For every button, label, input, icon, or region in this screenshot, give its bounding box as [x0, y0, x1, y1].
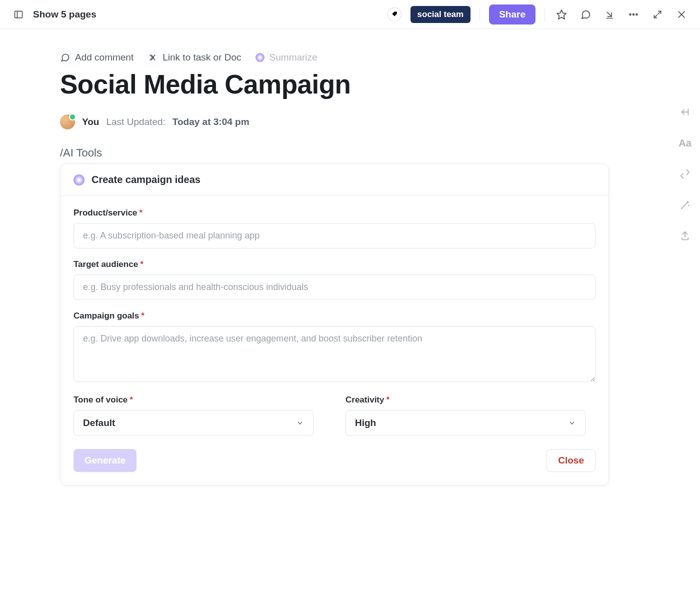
- svg-rect-0: [15, 11, 22, 18]
- tone-label-text: Tone of voice: [74, 395, 128, 404]
- share-button[interactable]: Share: [489, 4, 536, 24]
- svg-point-6: [630, 14, 631, 15]
- show-pages-button[interactable]: Show 5 pages: [33, 9, 96, 20]
- panel-toggle-icon[interactable]: [11, 7, 26, 22]
- byline: You Last Updated: Today at 3:04 pm: [60, 114, 640, 130]
- tag-icon[interactable]: [388, 8, 402, 22]
- card-title: Create campaign ideas: [92, 174, 200, 186]
- svg-line-9: [658, 11, 661, 14]
- tone-select[interactable]: Default: [74, 410, 314, 436]
- doc-actions: Add comment Link to task or Doc Summariz…: [60, 52, 640, 63]
- star-icon[interactable]: [554, 7, 569, 22]
- goals-input[interactable]: [74, 326, 596, 382]
- slash-command-text: /AI Tools: [60, 146, 640, 160]
- audience-label-text: Target audience: [74, 260, 138, 269]
- close-icon[interactable]: [674, 7, 689, 22]
- close-button[interactable]: Close: [546, 449, 596, 472]
- tone-select-value: Default: [83, 418, 115, 428]
- creativity-select[interactable]: High: [346, 410, 586, 436]
- select-row: Tone of voice* Default Creativity* High: [74, 395, 596, 436]
- goals-label: Campaign goals*: [74, 311, 596, 321]
- top-bar: Show 5 pages social team Share: [0, 0, 700, 29]
- last-updated-label: Last Updated:: [106, 116, 165, 128]
- ai-orb-icon: [256, 53, 264, 62]
- goals-field: Campaign goals*: [74, 311, 596, 384]
- download-icon[interactable]: [602, 7, 617, 22]
- creativity-field: Creativity* High: [346, 395, 596, 436]
- product-input[interactable]: [74, 223, 596, 248]
- ai-orb-icon: [74, 174, 84, 186]
- product-label-text: Product/service: [74, 208, 138, 218]
- author-name: You: [82, 116, 99, 128]
- tone-field: Tone of voice* Default: [74, 395, 324, 436]
- chevron-down-icon: [296, 419, 304, 427]
- team-badge[interactable]: social team: [410, 6, 471, 23]
- goals-label-text: Campaign goals: [74, 311, 139, 320]
- audience-field: Target audience*: [74, 260, 596, 300]
- comment-icon[interactable]: [578, 7, 593, 22]
- svg-marker-3: [557, 10, 566, 18]
- summarize-label: Summarize: [270, 52, 318, 63]
- link-task-label: Link to task or Doc: [162, 52, 241, 63]
- topbar-right: social team Share: [388, 4, 689, 24]
- creativity-select-value: High: [355, 418, 376, 428]
- topbar-left: Show 5 pages: [11, 7, 96, 22]
- svg-point-8: [636, 14, 638, 15]
- page-title: Social Media Campaign: [60, 69, 640, 100]
- link-task-button[interactable]: Link to task or Doc: [148, 52, 241, 63]
- ai-tool-card: Create campaign ideas Product/service* T…: [60, 164, 609, 486]
- required-mark: *: [141, 311, 144, 320]
- svg-point-7: [633, 14, 634, 15]
- more-icon[interactable]: [626, 7, 641, 22]
- card-body: Product/service* Target audience* Campai…: [60, 196, 608, 485]
- summarize-button[interactable]: Summarize: [256, 52, 318, 63]
- generate-button[interactable]: Generate: [74, 449, 136, 472]
- required-mark: *: [140, 260, 144, 269]
- required-mark: *: [140, 208, 143, 218]
- creativity-label-text: Creativity: [346, 395, 384, 404]
- svg-line-10: [654, 14, 657, 18]
- card-footer: Generate Close: [74, 446, 596, 472]
- chevron-down-icon: [568, 419, 576, 427]
- svg-line-4: [607, 12, 612, 16]
- card-header: Create campaign ideas: [60, 164, 608, 196]
- required-mark: *: [386, 395, 390, 404]
- separator: [544, 8, 545, 22]
- audience-input[interactable]: [74, 274, 596, 300]
- svg-point-2: [395, 12, 396, 13]
- separator: [480, 8, 480, 22]
- product-field: Product/service*: [74, 208, 596, 248]
- add-comment-button[interactable]: Add comment: [60, 52, 134, 63]
- avatar[interactable]: [60, 114, 75, 130]
- creativity-label: Creativity*: [346, 395, 596, 405]
- audience-label: Target audience*: [74, 260, 596, 270]
- product-label: Product/service*: [74, 208, 596, 218]
- last-updated-value: Today at 3:04 pm: [172, 116, 250, 128]
- page-content: Add comment Link to task or Doc Summariz…: [0, 29, 700, 506]
- expand-icon[interactable]: [650, 7, 665, 22]
- required-mark: *: [130, 395, 133, 404]
- tone-label: Tone of voice*: [74, 395, 324, 405]
- add-comment-label: Add comment: [75, 52, 134, 63]
